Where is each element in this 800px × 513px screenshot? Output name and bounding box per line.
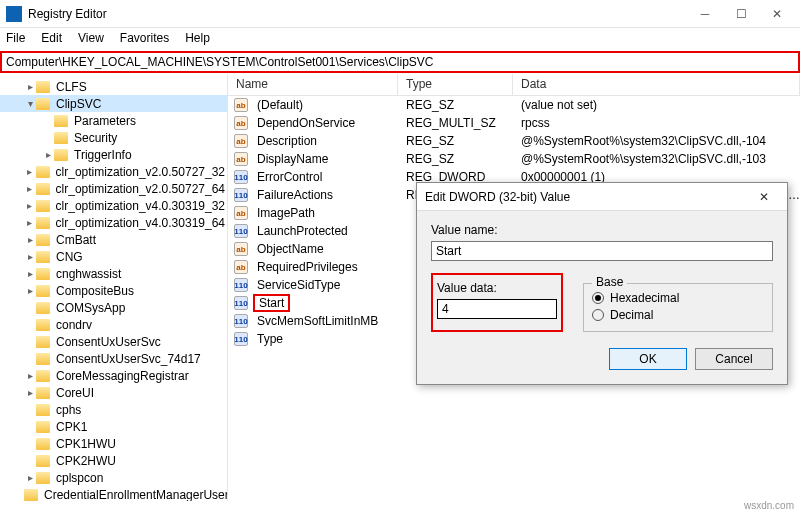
close-button[interactable]: ✕ [760,4,794,24]
tree-item[interactable]: ▸clr_optimization_v2.0.50727_32 [0,163,227,180]
tree-item[interactable]: Security [0,129,227,146]
tree-item-label: CoreUI [54,386,96,400]
folder-icon [36,336,50,348]
radio-dec[interactable]: Decimal [592,308,764,322]
tree-item[interactable]: CredentialEnrollmentManagerUserSvc [0,486,227,501]
folder-icon [36,98,50,110]
tree-item[interactable]: ▸TriggerInfo [0,146,227,163]
radio-dot-icon [592,292,604,304]
cancel-button[interactable]: Cancel [695,348,773,370]
string-icon: ab [234,116,248,130]
string-icon: ab [234,242,248,256]
address-bar [0,50,800,74]
value-name-input[interactable] [431,241,773,261]
col-name[interactable]: Name [228,74,398,95]
string-icon: ab [234,260,248,274]
tree-item-label: ConsentUxUserSvc_74d17 [54,352,203,366]
value-data-input[interactable] [437,299,557,319]
value-name: ErrorControl [253,170,326,184]
tree-item[interactable]: ▸CompositeBus [0,282,227,299]
value-type: REG_SZ [398,152,513,166]
tree-item[interactable]: ▸cnghwassist [0,265,227,282]
menu-file[interactable]: File [6,31,25,45]
col-type[interactable]: Type [398,74,513,95]
tree-item-label: CNG [54,250,85,264]
expander-icon[interactable]: ▸ [24,285,36,296]
expander-icon[interactable]: ▸ [24,387,36,398]
tree-item[interactable]: ▸CNG [0,248,227,265]
address-input[interactable] [0,51,800,73]
expander-icon[interactable]: ▸ [24,472,36,483]
tree-item[interactable]: ▸CmBatt [0,231,227,248]
tree-item[interactable]: condrv [0,316,227,333]
title-bar: Registry Editor ─ ☐ ✕ [0,0,800,28]
col-data[interactable]: Data [513,74,800,95]
tree-item[interactable]: cphs [0,401,227,418]
tree-item-label: CoreMessagingRegistrar [54,369,191,383]
folder-icon [36,285,50,297]
tree-item[interactable]: CPK1 [0,418,227,435]
value-name: DisplayName [253,152,332,166]
menu-edit[interactable]: Edit [41,31,62,45]
tree-item[interactable]: ▸clr_optimization_v4.0.30319_32 [0,197,227,214]
list-row[interactable]: abDescriptionREG_SZ@%SystemRoot%\system3… [228,132,800,150]
tree-item-label: CompositeBus [54,284,136,298]
expander-icon[interactable]: ▸ [24,268,36,279]
tree-item[interactable]: ConsentUxUserSvc_74d17 [0,350,227,367]
tree-item[interactable]: COMSysApp [0,299,227,316]
expander-icon[interactable]: ▸ [24,234,36,245]
list-row[interactable]: ab(Default)REG_SZ(value not set) [228,96,800,114]
menu-bar: File Edit View Favorites Help [0,28,800,48]
menu-favorites[interactable]: Favorites [120,31,169,45]
expander-icon[interactable]: ▸ [24,370,36,381]
folder-icon [36,268,50,280]
dialog-title-bar[interactable]: Edit DWORD (32-bit) Value ✕ [417,183,787,211]
value-data-label: Value data: [437,281,557,295]
tree-item[interactable]: ▸CoreMessagingRegistrar [0,367,227,384]
binary-icon: 110 [234,224,248,238]
window-controls: ─ ☐ ✕ [688,4,794,24]
value-name: ImagePath [253,206,319,220]
tree-item[interactable]: ConsentUxUserSvc [0,333,227,350]
maximize-button[interactable]: ☐ [724,4,758,24]
tree-item[interactable]: CPK2HWU [0,452,227,469]
tree-item[interactable]: Parameters [0,112,227,129]
folder-icon [36,353,50,365]
tree-item[interactable]: ▸clr_optimization_v2.0.50727_64 [0,180,227,197]
list-row[interactable]: abDisplayNameREG_SZ@%SystemRoot%\system3… [228,150,800,168]
tree-item-label: Security [72,131,119,145]
tree-item[interactable]: CPK1HWU [0,435,227,452]
expander-icon[interactable]: ▸ [24,217,36,228]
list-row[interactable]: abDependOnServiceREG_MULTI_SZrpcss [228,114,800,132]
folder-icon [36,217,50,229]
expander-icon[interactable]: ▸ [24,166,36,177]
minimize-button[interactable]: ─ [688,4,722,24]
tree-item[interactable]: ▸cplspcon [0,469,227,486]
tree-view[interactable]: ▸CLFS▾ClipSVCParametersSecurity▸TriggerI… [0,74,228,501]
value-name: RequiredPrivileges [253,260,362,274]
expander-icon[interactable]: ▸ [42,149,54,160]
dialog-close-button[interactable]: ✕ [749,190,779,204]
tree-item[interactable]: ▸clr_optimization_v4.0.30319_64 [0,214,227,231]
menu-view[interactable]: View [78,31,104,45]
menu-help[interactable]: Help [185,31,210,45]
app-icon [6,6,22,22]
expander-icon[interactable]: ▸ [24,81,36,92]
folder-icon [54,149,68,161]
tree-item[interactable]: ▸CoreUI [0,384,227,401]
expander-icon[interactable]: ▸ [24,200,36,211]
tree-item[interactable]: ▸CLFS [0,78,227,95]
value-name: ObjectName [253,242,328,256]
tree-item-label: TriggerInfo [72,148,134,162]
folder-icon [36,302,50,314]
tree-item-label: clr_optimization_v4.0.30319_32 [54,199,227,213]
value-name: Type [253,332,287,346]
tree-item-label: cphs [54,403,83,417]
tree-item[interactable]: ▾ClipSVC [0,95,227,112]
ok-button[interactable]: OK [609,348,687,370]
expander-icon[interactable]: ▸ [24,251,36,262]
radio-hex[interactable]: Hexadecimal [592,291,764,305]
folder-icon [36,438,50,450]
expander-icon[interactable]: ▸ [24,183,36,194]
expander-icon[interactable]: ▾ [24,98,36,109]
